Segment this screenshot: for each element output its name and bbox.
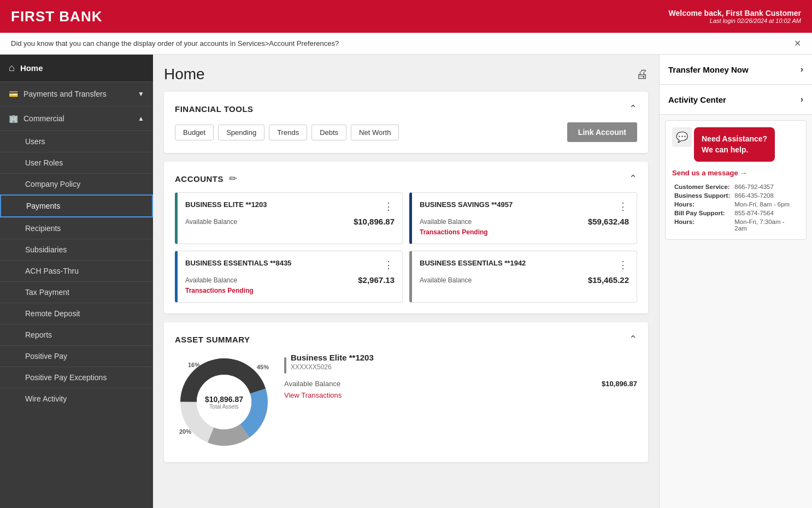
logo: FIRST BANK: [11, 8, 102, 25]
chevron-up-icon: ▲: [138, 115, 144, 122]
account-menu-icon-4[interactable]: ⋮: [618, 259, 629, 271]
welcome-text: Welcome back, First Bank Customer: [669, 9, 801, 17]
last-login-text: Last login 02/26/2024 at 10:02 AM: [669, 17, 801, 24]
tab-trends[interactable]: Trends: [269, 125, 307, 140]
donut-center: $10,896.87 Total Assets: [205, 395, 243, 410]
donut-chart: 45% 20% 16% $10,896.87 Total Assets: [175, 353, 273, 451]
accounts-panel: ACCOUNTS ✏ ⌃ BUSINESS ELITE **1203 ⋮ Ava…: [164, 162, 648, 314]
commercial-icon: 🏢: [9, 114, 18, 123]
transactions-pending-2: Transactions Pending: [420, 228, 629, 236]
contact-row-hours-1: Hours: Mon-Fri, 8am - 6pm: [672, 200, 799, 209]
chevron-right-activity-icon: ›: [801, 94, 803, 104]
account-name-2: BUSINESS SAVINGS **4957: [420, 200, 513, 209]
asset-balance-label: Available Balance: [284, 380, 340, 388]
home-header: Home 🖨: [164, 66, 648, 83]
activity-center-link[interactable]: Activity Center ›: [660, 85, 812, 115]
sidebar-item-users[interactable]: Users: [0, 131, 153, 152]
balance-label-1: Available Balance: [185, 218, 237, 226]
sidebar: ⌂ Home 💳 Payments and Transfers ▼ 🏢 Comm…: [0, 55, 153, 508]
tab-debts[interactable]: Debts: [311, 125, 346, 140]
header-welcome: Welcome back, First Bank Customer Last l…: [669, 9, 801, 24]
info-banner: Did you know that you can change the dis…: [0, 33, 812, 55]
account-name-1: BUSINESS ELITE **1203: [185, 200, 267, 209]
transfer-money-link[interactable]: Transfer Money Now ›: [660, 55, 812, 85]
balance-value-1: $10,896.87: [354, 217, 395, 226]
sidebar-item-payments-transfers[interactable]: 💳 Payments and Transfers ▼: [0, 81, 153, 106]
financial-tools-header: FINANCIAL TOOLS ⌃: [175, 103, 637, 115]
sidebar-item-company-policy[interactable]: Company Policy: [0, 173, 153, 194]
account-card-4957[interactable]: BUSINESS SAVINGS **4957 ⋮ Available Bala…: [409, 192, 637, 244]
account-card-8435[interactable]: BUSINESS ESSENTIALS **8435 ⋮ Available B…: [175, 251, 403, 303]
donut-label: Total Assets: [205, 404, 243, 410]
link-account-button[interactable]: Link Account: [567, 122, 637, 142]
sidebar-item-reports[interactable]: Reports: [0, 324, 153, 345]
sidebar-item-positive-pay[interactable]: Positive Pay: [0, 345, 153, 367]
account-name-4: BUSINESS ESSENTIALS **1942: [420, 259, 526, 267]
sidebar-item-subsidiaries[interactable]: Subsidiaries: [0, 239, 153, 260]
account-card-1203[interactable]: BUSINESS ELITE **1203 ⋮ Available Balanc…: [175, 192, 403, 244]
tab-spending[interactable]: Spending: [218, 125, 264, 140]
contact-value-bs: 866-435-7208: [732, 191, 799, 200]
account-menu-icon-1[interactable]: ⋮: [384, 200, 395, 212]
asset-summary-title: ASSET SUMMARY: [175, 335, 250, 344]
sidebar-item-home[interactable]: ⌂ Home: [0, 55, 153, 81]
sidebar-item-recipients[interactable]: Recipients: [0, 217, 153, 239]
asset-summary-content: 45% 20% 16% $10,896.87 Total Assets Busi…: [175, 353, 637, 451]
balance-value-3: $2,967.13: [358, 275, 395, 285]
assistance-card: 💬 Need Assistance? We can help. Send us …: [665, 120, 807, 240]
financial-tools-tabs: Budget Spending Trends Debts Net Worth L…: [175, 122, 637, 142]
sidebar-item-payments[interactable]: Payments: [0, 194, 153, 217]
account-card-1942[interactable]: BUSINESS ESSENTIALS **1942 ⋮ Available B…: [409, 251, 637, 303]
asset-view-transactions-row: View Transactions: [284, 391, 637, 399]
chevron-down-icon: ▼: [138, 90, 144, 98]
collapse-accounts-icon[interactable]: ⌃: [629, 173, 637, 185]
payments-icon: 💳: [9, 90, 18, 98]
sidebar-item-remote-deposit[interactable]: Remote Deposit: [0, 303, 153, 324]
balance-value-2: $59,632.48: [588, 217, 629, 226]
sidebar-payments-label: Payments and Transfers: [23, 90, 107, 98]
sidebar-item-positive-pay-exceptions[interactable]: Positive Pay Exceptions: [0, 367, 153, 388]
tab-budget[interactable]: Budget: [175, 125, 214, 140]
contact-value-h1: Mon-Fri, 8am - 6pm: [732, 200, 799, 209]
close-icon[interactable]: ✕: [794, 38, 801, 49]
transfer-money-label: Transfer Money Now: [668, 65, 749, 74]
sidebar-home-label: Home: [20, 63, 43, 73]
assistance-bubble: 💬 Need Assistance? We can help.: [672, 127, 799, 162]
asset-balance-value: $10,896.87: [602, 380, 637, 388]
chevron-right-transfer-icon: ›: [801, 64, 803, 74]
contact-value-bp: 855-874-7564: [732, 209, 799, 217]
view-transactions-link[interactable]: View Transactions: [284, 391, 342, 399]
contact-label-cs: Customer Service:: [672, 182, 732, 191]
send-message-link[interactable]: Send us a message →: [672, 169, 747, 177]
asset-accent: [284, 357, 286, 374]
tab-net-worth[interactable]: Net Worth: [351, 125, 399, 140]
account-menu-icon-3[interactable]: ⋮: [384, 259, 395, 271]
asset-detail: Business Elite **1203 XXXXXX5026 Availab…: [284, 353, 637, 403]
financial-tools-panel: FINANCIAL TOOLS ⌃ Budget Spending Trends…: [164, 92, 648, 153]
contact-label-h1: Hours:: [672, 200, 732, 209]
balance-label-3: Available Balance: [185, 276, 237, 284]
sidebar-item-wire-activity[interactable]: Wire Activity: [0, 388, 153, 409]
contact-value-h2: Mon-Fri, 7:30am - 2am: [732, 217, 799, 233]
collapse-asset-summary-icon[interactable]: ⌃: [629, 333, 637, 345]
sidebar-item-commercial[interactable]: 🏢 Commercial ▲: [0, 106, 153, 131]
home-icon: ⌂: [9, 62, 15, 74]
sidebar-item-user-roles[interactable]: User Roles: [0, 152, 153, 173]
header: FIRST BANK Welcome back, First Bank Cust…: [0, 0, 812, 33]
layout: ⌂ Home 💳 Payments and Transfers ▼ 🏢 Comm…: [0, 55, 812, 508]
print-icon[interactable]: 🖨: [636, 67, 648, 81]
asset-account-name: Business Elite **1203: [291, 353, 374, 362]
sidebar-item-tax-payment[interactable]: Tax Payment: [0, 281, 153, 303]
asset-account-sub: XXXXXX5026: [291, 363, 374, 371]
sidebar-item-ach-pass-thru[interactable]: ACH Pass-Thru: [0, 260, 153, 281]
balance-label-2: Available Balance: [420, 218, 472, 226]
bubble-line2: We can help.: [702, 145, 748, 154]
activity-center-label: Activity Center: [668, 95, 726, 104]
edit-icon[interactable]: ✏: [229, 173, 237, 185]
account-menu-icon-2[interactable]: ⋮: [618, 200, 629, 212]
financial-tools-title: FINANCIAL TOOLS: [175, 104, 254, 114]
pct-20: 20%: [179, 428, 191, 435]
right-panel: Transfer Money Now › Activity Center › 💬…: [659, 55, 812, 508]
asset-summary-header: ASSET SUMMARY ⌃: [175, 333, 637, 345]
collapse-financial-tools-icon[interactable]: ⌃: [629, 103, 637, 115]
